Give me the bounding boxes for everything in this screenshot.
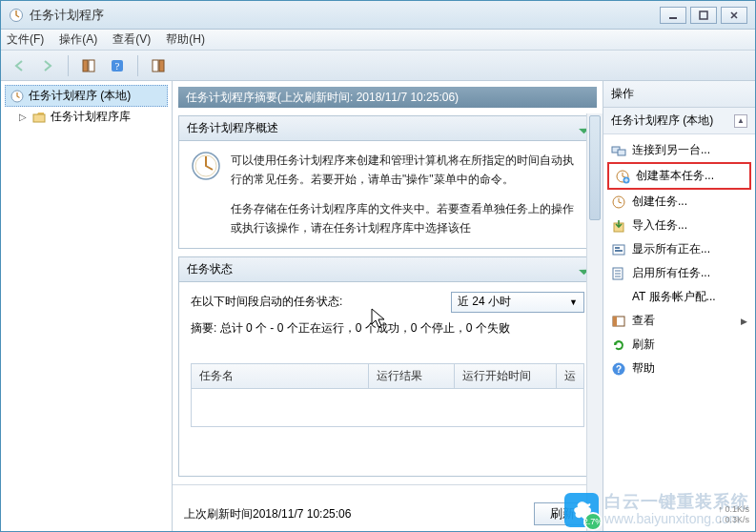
connect-icon: [611, 143, 626, 158]
refresh-icon: [611, 338, 626, 353]
minimize-button[interactable]: [660, 7, 686, 24]
clock-icon: [10, 89, 25, 104]
svg-rect-14: [618, 150, 625, 155]
help-toolbar-button[interactable]: ?: [105, 54, 130, 77]
action-label: 帮助: [632, 360, 655, 377]
status-title: 任务状态: [187, 261, 233, 277]
svg-rect-4: [89, 60, 94, 72]
action-create-basic[interactable]: 创建基本任务...: [607, 162, 751, 190]
tree-child[interactable]: ▷ 任务计划程序库: [5, 107, 168, 127]
action-label: 创建基本任务...: [636, 168, 714, 184]
net-status: ↑ 0.1K/s ↓ 0.3K/s: [718, 504, 749, 525]
menu-view[interactable]: 查看(V): [112, 31, 151, 48]
show-hide-actions-button[interactable]: [146, 54, 171, 77]
action-help[interactable]: ?帮助: [605, 357, 753, 380]
svg-rect-8: [159, 60, 164, 72]
overview-header[interactable]: 任务计划程序概述 ◢: [179, 116, 596, 141]
action-view[interactable]: 查看▶: [605, 309, 753, 333]
col-run-start[interactable]: 运行开始时间: [455, 364, 557, 388]
action-import[interactable]: 导入任务...: [605, 214, 753, 237]
task-scheduler-window: 任务计划程序 文件(F) 操作(A) 查看(V) 帮助(H) ? 任务计划程序 …: [0, 0, 756, 532]
task-table-header: 任务名 运行结果 运行开始时间 运: [191, 363, 584, 389]
import-icon: [611, 218, 626, 234]
summary-header: 任务计划程序摘要(上次刷新时间: 2018/11/7 10:25:06): [178, 87, 597, 108]
action-label: 刷新: [632, 337, 655, 353]
chevron-right-icon: ▶: [741, 317, 747, 326]
action-label: AT 服务帐户配...: [632, 289, 716, 305]
col-run-result[interactable]: 运行结果: [369, 364, 455, 388]
task-table-body: [191, 389, 584, 427]
action-refresh[interactable]: 刷新: [605, 333, 753, 357]
col-overflow[interactable]: 运: [557, 364, 583, 388]
center-scrollbar[interactable]: [586, 113, 603, 531]
menubar: 文件(F) 操作(A) 查看(V) 帮助(H): [1, 30, 755, 51]
time-range-dropdown[interactable]: 近 24 小时 ▼: [451, 292, 584, 313]
actions-subheader: 任务计划程序 (本地) ▲: [603, 108, 755, 134]
action-enable-history[interactable]: 启用所有任务...: [605, 261, 753, 285]
show-hide-tree-button[interactable]: [76, 54, 101, 77]
svg-rect-24: [613, 317, 617, 326]
chevron-down-icon: ▼: [569, 297, 578, 307]
tree-child-label: 任务计划程序库: [51, 109, 131, 125]
actions-pane: 操作 任务计划程序 (本地) ▲ 连接到另一台...创建基本任务...创建任务.…: [603, 81, 755, 531]
refresh-button[interactable]: 刷新: [534, 502, 591, 525]
menu-action[interactable]: 操作(A): [59, 31, 97, 48]
help-icon: ?: [611, 361, 626, 377]
overview-paragraph-2: 任务存储在任务计划程序库的文件夹中。若要查看单独任务上的操作或执行该操作，请在任…: [191, 199, 584, 238]
collapse-up-icon[interactable]: ▲: [734, 114, 747, 128]
svg-rect-21: [615, 250, 623, 252]
menu-file[interactable]: 文件(F): [7, 31, 44, 48]
status-header[interactable]: 任务状态 ◢: [179, 257, 596, 282]
svg-rect-2: [700, 11, 707, 19]
actions-scope: 任务计划程序 (本地): [611, 113, 713, 129]
dropdown-value: 近 24 小时: [458, 294, 511, 310]
action-label: 连接到另一台...: [632, 142, 710, 158]
menu-help[interactable]: 帮助(H): [166, 31, 205, 48]
titlebar: 任务计划程序: [1, 1, 755, 30]
svg-rect-3: [83, 60, 88, 72]
center-pane: 任务计划程序摘要(上次刷新时间: 2018/11/7 10:25:06) 任务计…: [173, 81, 603, 531]
enable-history-icon: [611, 266, 626, 281]
action-label: 导入任务...: [632, 217, 687, 234]
action-label: 启用所有任务...: [632, 265, 710, 281]
action-connect[interactable]: 连接到另一台...: [605, 138, 753, 162]
col-task-name[interactable]: 任务名: [192, 364, 369, 388]
create-icon: [611, 194, 626, 210]
svg-rect-20: [615, 247, 620, 249]
svg-rect-1: [669, 17, 677, 19]
svg-rect-10: [33, 114, 45, 122]
svg-rect-7: [153, 60, 158, 72]
action-create[interactable]: 创建任务...: [605, 190, 753, 214]
overview-paragraph-1: 可以使用任务计划程序来创建和管理计算机将在所指定的时间自动执行的常见任务。若要开…: [231, 151, 584, 190]
expand-icon[interactable]: ▷: [18, 112, 28, 122]
status-summary: 摘要: 总计 0 个 - 0 个正在运行，0 个成功，0 个停止，0 个失败: [179, 317, 596, 358]
svg-text:?: ?: [115, 60, 120, 72]
show-running-icon: [611, 242, 626, 257]
action-show-running[interactable]: 显示所有正在...: [605, 237, 753, 261]
overview-section: 任务计划程序概述 ◢ 可以使用任务计划程序来创建和管理计算机将在所指定的时间自动…: [178, 115, 597, 249]
close-button[interactable]: [721, 7, 747, 24]
action-label: 查看: [632, 313, 655, 329]
forward-button[interactable]: [35, 54, 60, 77]
folder-icon: [31, 110, 47, 125]
status-section: 任务状态 ◢ 在以下时间段启动的任务状态: 近 24 小时 ▼ 摘要: 总计 0…: [178, 256, 597, 477]
last-refresh-text: 上次刷新时间2018/11/7 10:25:06: [184, 506, 351, 522]
svg-text:?: ?: [616, 364, 622, 375]
maximize-button[interactable]: [690, 7, 717, 24]
app-icon: [9, 8, 24, 23]
last-refresh-bar: 上次刷新时间2018/11/7 10:25:06 刷新: [173, 484, 603, 531]
create-basic-icon: [615, 169, 630, 184]
overview-title: 任务计划程序概述: [187, 120, 278, 136]
tree-root-label: 任务计划程序 (本地): [29, 88, 131, 104]
back-button[interactable]: [7, 54, 31, 77]
view-icon: [611, 314, 626, 329]
tree-root[interactable]: 任务计划程序 (本地): [5, 85, 168, 107]
toolbar: ?: [1, 51, 755, 81]
action-at-account[interactable]: AT 服务帐户配...: [605, 285, 753, 309]
action-label: 创建任务...: [632, 194, 687, 210]
window-title: 任务计划程序: [30, 7, 660, 24]
tree-pane: 任务计划程序 (本地) ▷ 任务计划程序库: [1, 81, 173, 531]
clock-graphic-icon: [191, 151, 221, 190]
actions-list: 连接到另一台...创建基本任务...创建任务...导入任务...显示所有正在..…: [603, 134, 755, 384]
scrollbar-thumb[interactable]: [589, 115, 601, 220]
